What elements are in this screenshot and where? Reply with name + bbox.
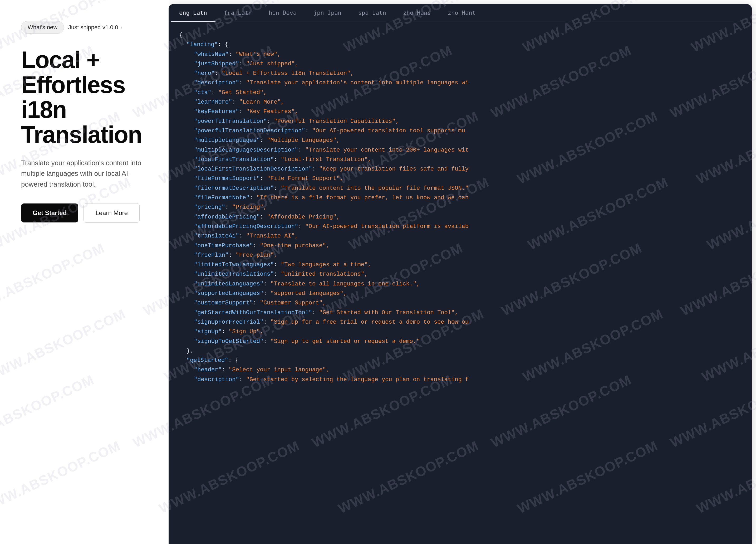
language-tabs: eng_Latnfra_Latnhin_Devajpn_Jpanspa_Latn…	[169, 4, 752, 22]
code-line: "powerfulTranslationDescription": "Our A…	[179, 126, 741, 136]
code-content: {"landing": {"whatsNew": "What's new","j…	[169, 22, 752, 544]
chevron-right-icon: ›	[120, 24, 122, 31]
tab-jpn_Jpan[interactable]: jpn_Jpan	[305, 4, 350, 22]
code-line: "affordablePricing": "Affordable Pricing…	[179, 212, 741, 222]
code-line: "unlimitedTranslations": "Unlimited tran…	[179, 269, 741, 279]
code-line: "oneTimePurchase": "One-time purchase",	[179, 241, 741, 250]
code-line: "getStarted": {	[179, 356, 741, 365]
code-line: "hero": "Local + Effortless i18n Transla…	[179, 69, 741, 78]
code-line: "fileFormatSupport": "File Format Suppor…	[179, 174, 741, 183]
code-line: "powerfulTranslation": "Powerful Transla…	[179, 117, 741, 126]
code-line: "affordablePricingDescription": "Our AI-…	[179, 222, 741, 231]
cta-buttons: Get Started Learn More	[21, 203, 148, 223]
hero-description: Translate your application's content int…	[21, 158, 148, 189]
code-line: "customerSupport": "Customer Support",	[179, 299, 741, 308]
code-line: "learnMore": "Learn More",	[179, 97, 741, 107]
code-line: "description": "Get started by selecting…	[179, 375, 741, 385]
get-started-button[interactable]: Get Started	[21, 203, 78, 222]
code-line: "localFirstTranslationDescription": "Kee…	[179, 164, 741, 174]
code-line: "fileFormatNote": "If there is a file fo…	[179, 193, 741, 203]
whats-new-badge[interactable]: What's new	[21, 21, 64, 34]
code-line: "supportedLanguages": "supported languag…	[179, 289, 741, 299]
tab-zho_Hans[interactable]: zho_Hans	[395, 4, 439, 22]
hero-title: Local + Effortless i18n Translation	[21, 47, 148, 147]
code-line: "signUp": "Sign Up",	[179, 327, 741, 337]
code-line: "landing": {	[179, 40, 741, 50]
code-line: "header": "Select your input language",	[179, 365, 741, 375]
code-line: {	[179, 31, 741, 40]
tab-spa_Latn[interactable]: spa_Latn	[350, 4, 395, 22]
code-line: "translateAi": "Translate AI",	[179, 231, 741, 241]
tab-zho_Hant[interactable]: zho_Hant	[439, 4, 484, 22]
code-line: },	[179, 346, 741, 356]
code-line: "localFirstTranslation": "Local-first Tr…	[179, 155, 741, 164]
whats-new-bar: What's new Just shipped v1.0.0 ›	[21, 21, 148, 34]
code-viewer-panel: eng_Latnfra_Latnhin_Devajpn_Jpanspa_Latn…	[169, 4, 752, 544]
code-line: "justShipped": "Just shipped",	[179, 59, 741, 69]
code-line: "pricing": "Pricing",	[179, 203, 741, 212]
code-line: "keyFeatures": "Key Features",	[179, 107, 741, 116]
learn-more-button[interactable]: Learn More	[84, 203, 140, 223]
code-line: "unlimitedLanguages": "Translate to all …	[179, 280, 741, 289]
code-line: "signUpForFreeTrial": "Sign up for a fre…	[179, 318, 741, 327]
code-line: "fileFormatDescription": "Translate cont…	[179, 184, 741, 193]
code-line: "whatsNew": "What's new",	[179, 50, 741, 59]
code-line: "freePlan": "Free plan",	[179, 250, 741, 260]
code-line: "multipleLanguagesDescription": "Transla…	[179, 145, 741, 155]
code-line: "description": "Translate your applicati…	[179, 78, 741, 88]
code-line: "signUpToGetStarted": "Sign up to get st…	[179, 337, 741, 346]
code-line: "multipleLanguages": "Multiple Languages…	[179, 136, 741, 145]
code-line: "limitedToTwoLanguages": "Two languages …	[179, 260, 741, 269]
code-line: "cta": "Get Started",	[179, 88, 741, 97]
tab-eng_Latn[interactable]: eng_Latn	[171, 4, 215, 22]
tab-hin_Deva[interactable]: hin_Deva	[260, 4, 305, 22]
code-line: "getStartedWithOurTranslationTool": "Get…	[179, 308, 741, 318]
tab-fra_Latn[interactable]: fra_Latn	[215, 4, 260, 22]
left-panel: What's new Just shipped v1.0.0 › Local +…	[0, 0, 169, 544]
just-shipped-label: Just shipped v1.0.0 ›	[68, 24, 122, 31]
